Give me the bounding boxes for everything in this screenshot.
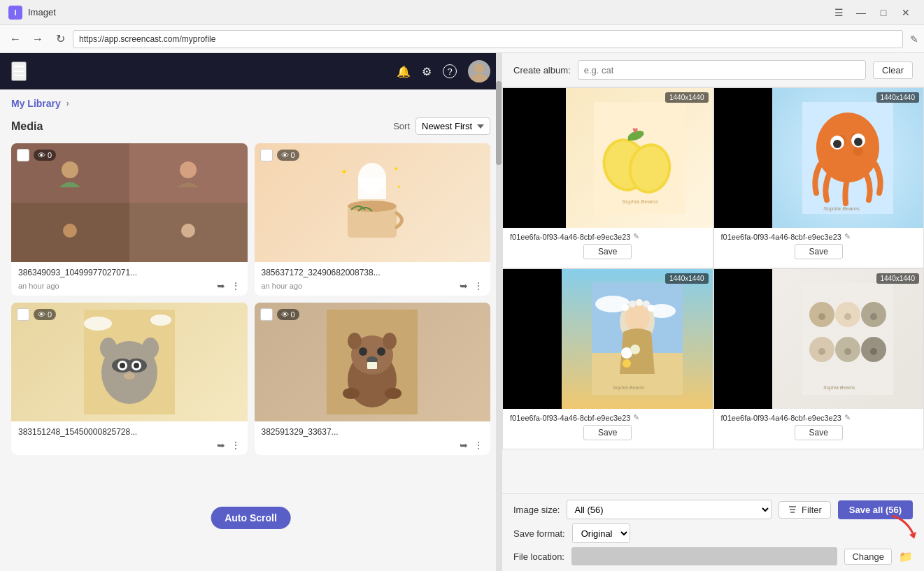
media-info-4: 382591329_33637... ➥ ⋮: [255, 421, 491, 455]
more-button-1[interactable]: ⋮: [231, 280, 241, 291]
more-button-3[interactable]: ⋮: [231, 440, 241, 451]
ink-icon[interactable]: ✎: [910, 34, 918, 45]
edit-icon-1[interactable]: ✎: [633, 232, 639, 241]
address-bar[interactable]: [73, 30, 903, 48]
filename-3: 383151248_15450000825728...: [18, 427, 241, 437]
right-image-info-3: f01ee6fa-0f93-4a46-8cbf-e9ec3e23 ✎ Save: [503, 409, 713, 449]
hamburger-menu[interactable]: ☰: [11, 62, 27, 81]
edit-icon-2[interactable]: ✎: [844, 232, 851, 241]
edit-icon-4[interactable]: ✎: [844, 413, 851, 422]
share-button-4[interactable]: ➥: [460, 440, 468, 451]
svg-point-53: [833, 140, 841, 148]
svg-text:Sophia Beams: Sophia Beams: [613, 385, 645, 391]
share-button-2[interactable]: ➥: [460, 280, 468, 291]
svg-point-3: [180, 161, 197, 178]
save-button-3[interactable]: Save: [583, 425, 632, 440]
svg-point-77: [839, 306, 846, 313]
svg-point-83: [870, 313, 877, 320]
svg-point-62: [622, 304, 629, 311]
media-overlay-1: 👁 0: [17, 149, 56, 161]
media-info-1: 386349093_10499977027071... an hour ago …: [11, 262, 248, 296]
album-input[interactable]: [578, 60, 866, 80]
svg-point-94: [876, 341, 883, 348]
more-button-4[interactable]: ⋮: [474, 440, 483, 451]
svg-text:Sophia Beams: Sophia Beams: [823, 385, 855, 391]
svg-text:♥: ♥: [632, 124, 638, 136]
image-size-select[interactable]: All (56) Small Medium Large: [567, 500, 771, 519]
maximize-button[interactable]: □: [874, 3, 893, 22]
close-button[interactable]: ✕: [896, 3, 916, 22]
right-image-item-2: Sophia Beams 1440x1440 f01ee6fa-0f93-4a4…: [713, 87, 925, 268]
breadcrumb-link[interactable]: My Library: [11, 98, 61, 109]
scroll-track[interactable]: [496, 53, 502, 571]
actions-3: ➥ ⋮: [217, 440, 241, 451]
share-button-1[interactable]: ➥: [217, 280, 225, 291]
change-button[interactable]: Change: [844, 549, 892, 565]
actions-4: ➥ ⋮: [460, 440, 483, 451]
svg-point-2: [62, 161, 78, 178]
list-item[interactable]: 👁 0 382591329_33637... ➥ ⋮: [255, 303, 491, 455]
avatar[interactable]: [468, 60, 490, 82]
svg-point-86: [824, 341, 831, 348]
checkbox-1[interactable]: [17, 149, 29, 161]
share-button-3[interactable]: ➥: [217, 440, 225, 451]
media-header: Media Sort Newest First Oldest First Nam…: [11, 117, 490, 135]
save-format-select[interactable]: Original PNG JPG WEBP: [572, 523, 630, 543]
svg-point-64: [636, 299, 643, 306]
media-title: Media: [11, 120, 43, 133]
image-size-row: Image size: All (56) Small Medium Large …: [513, 500, 913, 519]
svg-point-29: [359, 347, 367, 356]
save-button-4[interactable]: Save: [795, 425, 843, 440]
list-item[interactable]: 👁 0 386349093_10499977027071... an hour …: [11, 143, 248, 296]
filter-button[interactable]: Filter: [779, 501, 831, 519]
right-image-container-4: Sophia Beams 1440x1440: [714, 269, 924, 409]
right-panel-scroll: ♥ Sophia Beams 1440x1440 f01ee6fa-0f93-4…: [502, 87, 924, 493]
svg-point-25: [150, 315, 171, 326]
list-item[interactable]: 👁 0 383151248_15450000825728... ➥ ⋮: [11, 303, 248, 455]
menu-button[interactable]: ☰: [829, 3, 848, 22]
save-button-2[interactable]: Save: [795, 244, 843, 259]
auto-scroll-button[interactable]: Auto Scroll: [211, 507, 291, 529]
back-button[interactable]: ←: [6, 29, 25, 49]
sort-select[interactable]: Newest First Oldest First Name A-Z Name …: [415, 117, 490, 135]
media-info-3: 383151248_15450000825728... ➥ ⋮: [11, 421, 248, 455]
scroll-thumb[interactable]: [496, 81, 502, 165]
svg-point-73: [813, 306, 820, 313]
svg-point-82: [876, 306, 883, 313]
right-filename-1: f01ee6fa-0f93-4a46-8cbf-e9ec3e23 ✎: [510, 232, 706, 241]
refresh-button[interactable]: ↻: [50, 29, 70, 49]
edit-icon-3[interactable]: ✎: [633, 413, 639, 422]
media-overlay-2: 👁 0: [260, 149, 299, 161]
svg-point-34: [348, 333, 362, 349]
list-item[interactable]: ✦ ✦ ✦: [255, 143, 491, 296]
checkbox-2[interactable]: [260, 149, 273, 161]
help-icon[interactable]: ?: [443, 64, 457, 78]
right-image-item-1: ♥ Sophia Beams 1440x1440 f01ee6fa-0f93-4…: [502, 87, 713, 268]
svg-point-36: [343, 388, 360, 399]
clear-button[interactable]: Clear: [873, 62, 913, 79]
svg-point-78: [850, 306, 857, 313]
checkbox-3[interactable]: [17, 308, 29, 321]
breadcrumb: My Library ›: [0, 89, 502, 117]
save-button-1[interactable]: Save: [583, 244, 632, 259]
filename-1: 386349093_10499977027071...: [18, 268, 241, 277]
svg-point-30: [377, 347, 385, 356]
checkbox-4[interactable]: [260, 308, 273, 321]
more-button-2[interactable]: ⋮: [474, 280, 483, 291]
right-image-info-4: f01ee6fa-0f93-4a46-8cbf-e9ec3e23 ✎ Save: [714, 409, 924, 449]
titlebar-controls: ☰ — □ ✕: [829, 3, 916, 22]
svg-point-20: [134, 363, 139, 368]
forward-button[interactable]: →: [28, 29, 48, 49]
svg-text:✦: ✦: [393, 165, 399, 173]
right-filename-2: f01ee6fa-0f93-4a46-8cbf-e9ec3e23 ✎: [721, 232, 917, 241]
minimize-button[interactable]: —: [851, 3, 871, 22]
notification-icon[interactable]: 🔔: [397, 65, 411, 78]
svg-point-90: [850, 341, 857, 348]
time-1: an hour ago: [18, 282, 59, 290]
sort-control: Sort Newest First Oldest First Name A-Z …: [393, 117, 490, 135]
dim-badge-3: 1440x1440: [665, 273, 709, 284]
folder-icon[interactable]: 📁: [899, 550, 913, 563]
actions-1: ➥ ⋮: [217, 280, 241, 291]
right-image-container-1: ♥ Sophia Beams 1440x1440: [503, 88, 713, 228]
settings-icon[interactable]: ⚙: [422, 65, 432, 78]
